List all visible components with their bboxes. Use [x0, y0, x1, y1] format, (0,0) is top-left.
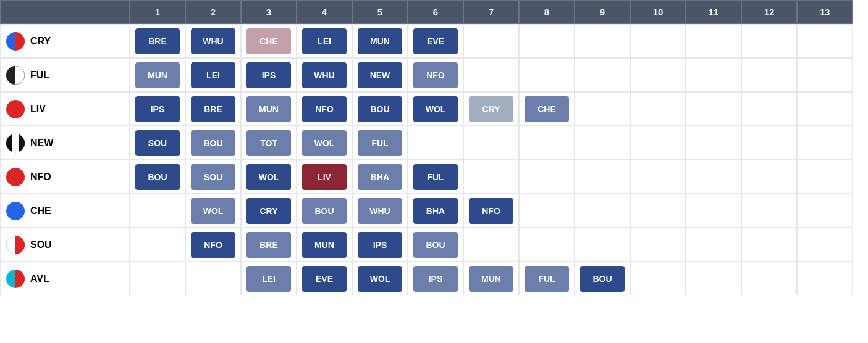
fixture-cell-liv-col-5[interactable]: BOU [352, 92, 408, 126]
fixture-cell-nfo-col-5[interactable]: bha [352, 160, 408, 194]
fixture-badge-cry-col-5[interactable]: MUN [358, 28, 402, 54]
fixture-cell-ful-col-1[interactable]: mun [130, 58, 185, 92]
fixture-badge-liv-col-5[interactable]: BOU [358, 96, 402, 122]
fixture-cell-liv-col-8[interactable]: CHE [519, 92, 575, 126]
fixture-badge-nfo-col-1[interactable]: BOU [135, 164, 180, 190]
fixture-cell-sou-col-12 [741, 228, 797, 262]
fixture-badge-cry-col-4[interactable]: LEI [302, 28, 347, 54]
fixture-cell-che-col-4[interactable]: bou [297, 194, 352, 228]
fixture-badge-liv-col-7[interactable]: cry [469, 96, 513, 122]
fixture-cell-nfo-col-1[interactable]: BOU [130, 160, 185, 194]
fixture-cell-new-col-3[interactable]: TOT [241, 126, 297, 160]
fixture-cell-avl-col-8[interactable]: ful [519, 262, 575, 295]
fixture-cell-che-col-7[interactable]: NFO [463, 194, 519, 228]
fixture-cell-nfo-col-2[interactable]: sou [185, 160, 241, 194]
fixture-cell-liv-col-4[interactable]: NFO [297, 92, 352, 126]
fixture-badge-new-col-3[interactable]: TOT [246, 130, 291, 156]
fixture-badge-avl-col-5[interactable]: WOL [358, 266, 402, 292]
fixture-badge-che-col-5[interactable]: whu [358, 198, 402, 224]
fixture-cell-che-col-2[interactable]: wol [185, 194, 241, 228]
fixture-cell-cry-col-5[interactable]: MUN [352, 24, 408, 58]
fixture-badge-sou-col-4[interactable]: MUN [302, 232, 347, 258]
fixture-cell-new-col-4[interactable]: wol [297, 126, 352, 160]
fixture-cell-cry-col-2[interactable]: WHU [185, 24, 241, 58]
fixture-cell-liv-col-6[interactable]: wol [408, 92, 463, 126]
fixture-badge-new-col-1[interactable]: SOU [135, 130, 180, 156]
fixture-cell-sou-col-2[interactable]: NFO [185, 228, 241, 262]
fixture-cell-new-col-5[interactable]: ful [352, 126, 408, 160]
fixture-badge-ful-col-3[interactable]: ips [246, 62, 291, 88]
fixture-badge-ful-col-4[interactable]: WHU [302, 62, 347, 88]
fixture-badge-liv-col-1[interactable]: ips [135, 96, 180, 122]
fixture-badge-che-col-4[interactable]: bou [302, 198, 347, 224]
fixture-cell-avl-col-9[interactable]: BOU [575, 262, 630, 295]
fixture-cell-avl-col-6[interactable]: ips [408, 262, 463, 295]
fixture-cell-nfo-col-6[interactable]: FUL [408, 160, 463, 194]
fixture-cell-avl-col-7[interactable]: MUN [463, 262, 519, 295]
fixture-badge-ful-col-2[interactable]: LEI [191, 62, 235, 88]
fixture-badge-cry-col-1[interactable]: bre [135, 28, 180, 54]
fixture-badge-nfo-col-4[interactable]: liv [302, 164, 347, 190]
fixture-cell-sou-col-4[interactable]: MUN [297, 228, 352, 262]
fixture-badge-ful-col-6[interactable]: nfo [413, 62, 458, 88]
fixture-badge-cry-col-6[interactable]: eve [413, 28, 458, 54]
fixture-cell-che-col-5[interactable]: whu [352, 194, 408, 228]
fixture-badge-che-col-7[interactable]: NFO [469, 198, 513, 224]
fixture-badge-cry-col-2[interactable]: WHU [191, 28, 235, 54]
fixture-cell-ful-col-3[interactable]: ips [241, 58, 297, 92]
fixture-cell-avl-col-4[interactable]: EVE [297, 262, 352, 295]
fixture-cell-nfo-col-3[interactable]: WOL [241, 160, 297, 194]
fixture-badge-nfo-col-3[interactable]: WOL [246, 164, 291, 190]
fixture-badge-sou-col-2[interactable]: NFO [191, 232, 235, 258]
fixture-cell-new-col-1[interactable]: SOU [130, 126, 185, 160]
fixture-badge-sou-col-5[interactable]: IPS [358, 232, 402, 258]
fixture-cell-sou-col-6[interactable]: bou [408, 228, 463, 262]
fixture-badge-ful-col-5[interactable]: NEW [358, 62, 402, 88]
fixture-cell-avl-col-5[interactable]: WOL [352, 262, 408, 295]
fixture-badge-sou-col-6[interactable]: bou [413, 232, 458, 258]
fixture-cell-new-col-2[interactable]: bou [185, 126, 241, 160]
fixture-cell-che-col-3[interactable]: CRY [241, 194, 297, 228]
fixture-badge-liv-col-4[interactable]: NFO [302, 96, 347, 122]
fixture-cell-liv-col-3[interactable]: mun [241, 92, 297, 126]
fixture-cell-liv-col-2[interactable]: BRE [185, 92, 241, 126]
fixture-badge-new-col-5[interactable]: ful [358, 130, 402, 156]
fixture-cell-ful-col-5[interactable]: NEW [352, 58, 408, 92]
fixture-cell-cry-col-1[interactable]: bre [130, 24, 185, 58]
fixture-cell-cry-col-3[interactable]: che [241, 24, 297, 58]
fixture-badge-nfo-col-5[interactable]: bha [358, 164, 402, 190]
fixture-cell-ful-col-6[interactable]: nfo [408, 58, 463, 92]
fixture-badge-liv-col-3[interactable]: mun [246, 96, 291, 122]
fixture-badge-new-col-2[interactable]: bou [191, 130, 235, 156]
fixture-badge-liv-col-6[interactable]: wol [413, 96, 458, 122]
fixture-cell-ful-col-2[interactable]: LEI [185, 58, 241, 92]
fixture-badge-avl-col-4[interactable]: EVE [302, 266, 347, 292]
fixture-cell-liv-col-1[interactable]: ips [130, 92, 185, 126]
fixture-cell-ful-col-4[interactable]: WHU [297, 58, 352, 92]
fixture-badge-avl-col-6[interactable]: ips [413, 266, 458, 292]
fixture-cell-nfo-col-4[interactable]: liv [297, 160, 352, 194]
fixture-cell-avl-col-3[interactable]: lei [241, 262, 297, 295]
fixture-badge-che-col-6[interactable]: BHA [413, 198, 458, 224]
fixture-badge-liv-col-8[interactable]: CHE [525, 96, 569, 122]
fixture-cell-cry-col-4[interactable]: LEI [297, 24, 352, 58]
fixture-cell-sou-col-5[interactable]: IPS [352, 228, 408, 262]
fixture-badge-sou-col-3[interactable]: bre [246, 232, 291, 258]
fixture-badge-avl-col-9[interactable]: BOU [580, 266, 625, 292]
fixture-badge-liv-col-2[interactable]: BRE [191, 96, 235, 122]
fixture-badge-avl-col-7[interactable]: MUN [469, 266, 513, 292]
fixture-cell-sou-col-3[interactable]: bre [241, 228, 297, 262]
fixture-badge-cry-col-3[interactable]: che [246, 28, 291, 54]
fixture-badge-nfo-col-6[interactable]: FUL [413, 164, 458, 190]
fixture-badge-ful-col-1[interactable]: mun [135, 62, 180, 88]
fixture-badge-nfo-col-2[interactable]: sou [191, 164, 235, 190]
fixture-badge-che-col-2[interactable]: wol [191, 198, 235, 224]
fixture-cell-che-col-6[interactable]: BHA [408, 194, 463, 228]
fixture-badge-new-col-4[interactable]: wol [302, 130, 347, 156]
fixture-badge-avl-col-3[interactable]: lei [246, 266, 291, 292]
fixture-cell-avl-col-12 [741, 262, 797, 295]
fixture-badge-che-col-3[interactable]: CRY [246, 198, 291, 224]
fixture-cell-liv-col-7[interactable]: cry [463, 92, 519, 126]
fixture-cell-cry-col-6[interactable]: eve [408, 24, 463, 58]
fixture-badge-avl-col-8[interactable]: ful [525, 266, 569, 292]
